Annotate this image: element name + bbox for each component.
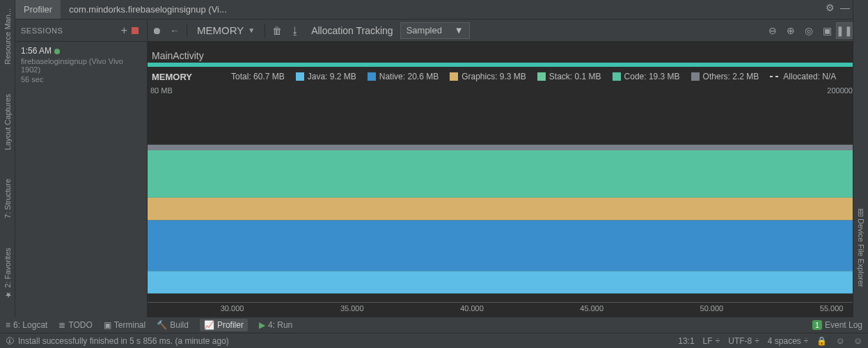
sidebar-favorites[interactable]: 2: Favorites [3,244,12,303]
legend-java: Java: 9.2 MB [296,72,356,81]
xaxis-tick: 45.000 [580,304,603,313]
chevron-down-icon: ▼ [248,26,255,34]
tab-app-process[interactable]: com.mindorks.firebaseloginsignup (Vi... [61,0,235,19]
tab-profiler[interactable]: Profiler [15,0,61,19]
xaxis-tick: 40.000 [460,304,484,313]
svg-rect-3 [148,150,853,198]
tool-run[interactable]: ▶ 4: Run [259,320,292,330]
status-message: 🛈 Install successfully finished in 5 s 8… [6,336,229,346]
zoom-reset-icon[interactable]: ◎ [800,22,818,40]
back-button[interactable]: ← [166,22,184,40]
legend-allocated: Allocated: N/A [770,72,836,81]
status-indent[interactable]: 4 spaces ÷ [768,336,809,346]
zoom-in-icon[interactable]: ⊕ [782,22,800,40]
left-tool-strip: Resource Man... Layout Captures 7: Struc… [0,0,15,333]
zoom-out-icon[interactable]: ⊖ [764,22,782,40]
memory-chart[interactable]: 80 MB 200000 [148,86,853,317]
stop-session-button[interactable] [132,27,139,34]
memory-chart-svg [148,96,853,294]
session-live-dot [54,49,60,54]
xaxis-tick: 30.000 [221,304,244,313]
session-device: firebaseloginsignup (Vivo Vivo 1902) [21,57,141,74]
allocation-mode-value: Sampled [407,25,442,35]
xaxis: 30.000 35.000 40.000 45.000 50.000 55.00… [148,302,853,317]
export-icon[interactable]: ⭳ [286,22,304,40]
svg-rect-0 [148,271,853,293]
status-lock-icon[interactable]: 🔒 [816,336,827,346]
status-bar: 🛈 Install successfully finished in 5 s 8… [0,333,868,348]
memory-chart-panel: MainActivity MEMORY Total: 60.7 MB Java:… [148,42,853,317]
sessions-header: SESSIONS + [15,19,148,42]
profiler-main: SESSIONS + ⏺ ← MEMORY ▼ 🗑 ⭳ Allocation T… [15,19,853,317]
add-session-button[interactable]: + [121,24,127,37]
profiler-toolbar: SESSIONS + ⏺ ← MEMORY ▼ 🗑 ⭳ Allocation T… [15,19,853,42]
svg-rect-2 [148,198,853,220]
legend-code: Code: 19.3 MB [613,72,680,81]
allocation-mode-combo[interactable]: Sampled ▼ [400,22,470,39]
delete-icon[interactable]: 🗑 [268,22,286,40]
sidebar-structure[interactable]: 7: Structure [3,175,12,223]
sessions-panel: 1:56 AM firebaseloginsignup (Vivo Vivo 1… [15,42,148,317]
status-encoding[interactable]: UTF-8 ÷ [728,336,759,346]
memory-legend-title: MEMORY [152,72,192,82]
sidebar-layout-captures[interactable]: Layout Captures [3,90,12,155]
xaxis-tick: 55.000 [820,304,844,313]
status-inspections-icon[interactable]: ☺ [835,335,844,346]
activity-label: MainActivity [148,50,204,63]
pause-button[interactable]: ❚❚ [836,22,853,39]
session-time: 1:56 AM [21,46,52,56]
profiler-view-combo[interactable]: MEMORY ▼ [190,24,262,36]
xaxis-tick: 35.000 [340,304,364,313]
record-toggle-button[interactable]: ⏺ [148,22,166,40]
svg-rect-4 [148,145,853,150]
tool-terminal[interactable]: ▣ Terminal [104,320,145,330]
session-duration: 56 sec [21,75,141,84]
legend-stack: Stack: 0.1 MB [537,72,601,81]
sidebar-device-file-explorer[interactable]: Device File Explorer [857,205,865,291]
tool-build[interactable]: 🔨 Build [157,320,189,330]
activity-timeline: MainActivity [148,42,853,63]
right-tool-strip: Device File Explorer [853,0,868,333]
bottom-tool-bar: ≡ 6: Logcat ≣ TODO ▣ Terminal 🔨 Build 📈 … [0,317,868,333]
memory-legend: MEMORY Total: 60.7 MB Java: 9.2 MB Nativ… [148,67,853,86]
sessions-label: SESSIONS [21,26,121,35]
session-item[interactable]: 1:56 AM firebaseloginsignup (Vivo Vivo 1… [15,42,147,88]
chevron-down-icon: ▼ [455,25,464,35]
status-line-ending[interactable]: LF ÷ [703,336,720,346]
live-toggle-icon[interactable]: ▣ [818,22,836,40]
legend-others: Others: 2.2 MB [691,72,759,81]
allocation-tracking-label: Allocation Tracking [304,25,400,36]
tool-todo[interactable]: ≣ TODO [58,320,92,330]
legend-total: Total: 60.7 MB [231,72,285,81]
secondary-yaxis-max-label: 200000 [827,86,853,95]
event-log-badge: 1 [812,320,822,330]
profiler-tab-bar: Profiler com.mindorks.firebaseloginsignu… [15,0,853,19]
svg-rect-1 [148,220,853,271]
legend-graphics: Graphics: 9.3 MB [450,72,526,81]
status-caret-pos[interactable]: 13:1 [678,336,694,346]
status-memory-indicator[interactable]: ☺ [853,335,862,346]
tool-profiler[interactable]: 📈 Profiler [200,319,248,331]
legend-native: Native: 20.6 MB [368,72,439,81]
xaxis-tick: 50.000 [700,304,724,313]
tool-event-log[interactable]: 1 Event Log [812,320,862,330]
profiler-view-label: MEMORY [197,24,244,36]
tool-logcat[interactable]: ≡ 6: Logcat [6,320,47,330]
minimize-icon[interactable]: — [837,0,853,15]
yaxis-max-label: 80 MB [150,86,173,95]
gear-icon[interactable]: ⚙ [822,0,837,15]
sidebar-resource-manager[interactable]: Resource Man... [3,4,12,69]
